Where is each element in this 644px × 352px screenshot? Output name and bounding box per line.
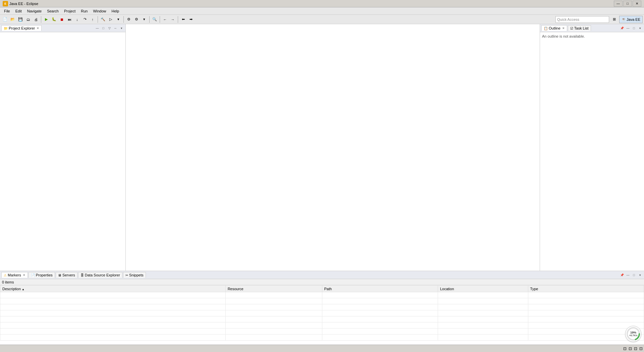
quick-access-label: Quick Access [557,17,579,21]
content-area: 📁 Project Explorer ✕ — □ ▽ ↔ ▾ [0,24,644,271]
collapse-all-button[interactable]: ▽ [107,26,112,31]
project-explorer-label: Project Explorer [9,26,35,30]
save-all-button[interactable]: 🗂 [24,16,32,23]
table-row [0,310,644,316]
save-button[interactable]: 💾 [17,16,24,23]
table-row [0,298,644,304]
debug-button[interactable]: 🐛 [50,16,58,23]
data-source-explorer-label: Data Source Explorer [85,273,120,277]
table-row [0,304,644,310]
servers-tab[interactable]: 🖥 Servers [56,272,77,278]
left-panel-header: 📁 Project Explorer ✕ — □ ▽ ↔ ▾ [0,24,125,32]
run-last-button[interactable]: ▷ [107,16,114,23]
minimize-left-panel-button[interactable]: — [95,26,100,31]
data-source-explorer-tab[interactable]: 🗄 Data Source Explorer [78,272,122,278]
col-type: Type [528,285,644,292]
maximize-bottom-button[interactable]: □ [631,272,637,278]
toolbar-sep-4 [149,16,150,23]
menu-navigate[interactable]: Navigate [24,8,44,14]
stop-button[interactable]: ⏹ [58,16,65,23]
outline-body: An outline is not available. [540,32,644,271]
markers-count-row: 0 items [0,279,644,285]
outline-tab[interactable]: 📋 Outline ✕ [541,25,567,31]
menu-run[interactable]: Run [78,8,90,14]
properties-icon: 📄 [31,273,35,277]
markers-close[interactable]: ✕ [23,273,25,277]
status-icon-4[interactable]: ⊡ [639,346,643,351]
project-explorer-close[interactable]: ✕ [37,27,39,30]
servers-label: Servers [62,273,75,277]
view-menu-button[interactable]: ▾ [119,26,124,31]
editor-area [126,24,540,271]
menu-file[interactable]: File [1,8,13,14]
ext3-drop-button[interactable]: ▾ [141,16,148,23]
status-icon-1[interactable]: ⊡ [623,346,627,351]
table-row [0,316,644,322]
run-drop-button[interactable]: ▾ [115,16,122,23]
status-icon-2[interactable]: ⊡ [629,346,632,351]
pin-right-button[interactable]: 📌 [619,26,625,31]
build-button[interactable]: 🔨 [99,16,107,23]
new-button[interactable]: 📄 [1,16,9,23]
outline-message: An outline is not available. [542,34,585,38]
java-ee-perspective-button[interactable]: ☕ Java EE [619,16,643,23]
menu-help[interactable]: Help [109,8,122,14]
sort-icon: ▲ [22,288,24,291]
minimize-bottom-button[interactable]: — [625,272,631,278]
properties-tab[interactable]: 📄 Properties [29,272,55,278]
minimize-right-button[interactable]: — [625,26,631,31]
progress-rate: +8.7K/s [629,334,638,337]
status-icon-3[interactable]: ⊡ [634,346,637,351]
menu-search[interactable]: Search [44,8,61,14]
snippets-tab[interactable]: ✂ Snippets [123,272,146,278]
quick-access-input[interactable]: Quick Access [555,16,609,23]
step-over-button[interactable]: ↷ [81,16,89,23]
tasklist-tab[interactable]: ☑ Task List [568,25,591,31]
table-row [0,335,644,341]
nav-next-button[interactable]: → [169,16,176,23]
tasklist-label: Task List [574,26,589,30]
menu-project[interactable]: Project [61,8,78,14]
link-with-editor-button[interactable]: ↔ [113,26,118,31]
ext2-button[interactable]: ⚙ [133,16,140,23]
outline-close[interactable]: ✕ [562,27,565,30]
menu-edit[interactable]: Edit [13,8,24,14]
markers-label: Markers [8,273,21,277]
java-ee-icon: ☕ [622,17,626,21]
maximize-left-panel-button[interactable]: □ [101,26,106,31]
close-button[interactable]: ✕ [633,1,641,7]
snippets-icon: ✂ [125,273,128,277]
step-ret-button[interactable]: ↑ [89,16,96,23]
col-path: Path [322,285,438,292]
status-bar-right: ⊡ ⊡ ⊡ ⊡ [623,346,643,351]
maximize-right-button[interactable]: □ [631,26,637,31]
view-menu-bottom-button[interactable]: ▾ [637,272,643,278]
toolbar-sep-5 [160,16,160,23]
open-perspective-button[interactable]: ⊞ [610,16,618,23]
print-button[interactable]: 🖨 [32,16,40,23]
bottom-panel-controls: 📌 — □ ▾ [619,272,643,278]
back-button[interactable]: ⬅ [179,16,187,23]
view-menu-right-button[interactable]: ▾ [637,26,643,31]
markers-icon: ⚠ [4,273,7,277]
minimize-button[interactable]: — [614,1,623,7]
maximize-button[interactable]: □ [623,1,632,7]
right-panel-controls: 📌 — □ ▾ [619,26,643,31]
run-button[interactable]: ▶ [43,16,50,23]
nav-prev-button[interactable]: ← [161,16,169,23]
markers-tab[interactable]: ⚠ Markers ✕ [1,272,28,278]
app-icon: E [3,1,8,6]
menu-bar: File Edit Navigate Search Project Run Wi… [0,7,644,15]
menu-window[interactable]: Window [90,8,109,14]
project-explorer-tab[interactable]: 📁 Project Explorer ✕ [1,25,42,31]
project-explorer-icon: 📁 [4,27,8,30]
table-row [0,328,644,335]
search-button[interactable]: 🔍 [151,16,158,23]
open-button[interactable]: 📂 [9,16,16,23]
datasource-icon: 🗄 [80,273,84,277]
step-into-button[interactable]: ↓ [73,16,81,23]
skip-button[interactable]: ⏭ [66,16,73,23]
forward-button[interactable]: ➡ [187,16,195,23]
ext-tools-button[interactable]: ⚙ [125,16,132,23]
pin-bottom-button[interactable]: 📌 [619,272,625,278]
